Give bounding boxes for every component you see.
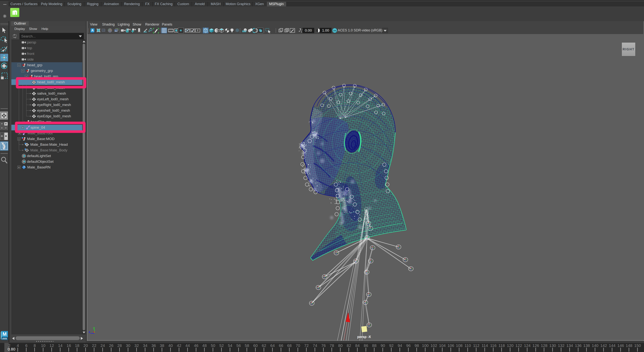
svg-text:T: T bbox=[197, 29, 198, 32]
svg-text:z: z bbox=[89, 330, 90, 334]
svg-text:A: A bbox=[91, 29, 94, 32]
svg-text:M: M bbox=[2, 331, 7, 337]
svg-text:x: x bbox=[93, 330, 95, 334]
svg-text:persp -X: persp -X bbox=[357, 335, 371, 339]
svg-text:y: y bbox=[93, 326, 95, 329]
svg-text:AYA: AYA bbox=[2, 337, 7, 340]
svg-text:ON: ON bbox=[333, 29, 336, 32]
